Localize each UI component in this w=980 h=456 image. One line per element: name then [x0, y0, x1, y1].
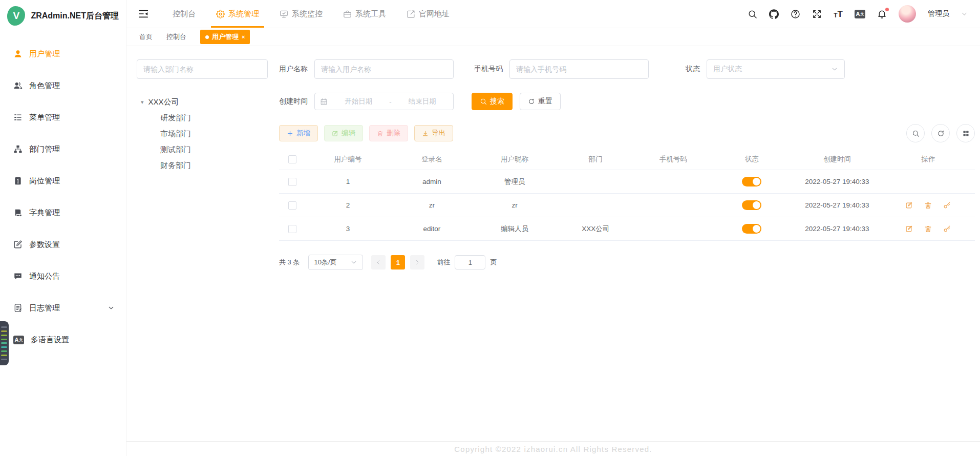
search-button[interactable]: 搜索 [472, 93, 513, 110]
filter-row-2: 创建时间 开始日期 - 结束日期 搜索 重置 [279, 93, 975, 110]
github-icon[interactable] [769, 9, 779, 19]
sidebar-item[interactable]: 岗位管理 [0, 165, 126, 197]
tree-node[interactable]: 研发部门 [137, 110, 268, 126]
notification-badge [885, 8, 889, 11]
content: ▾ XXX公司 研发部门市场部门测试部门财务部门 用户名称 手机号码 状态 用户… [126, 47, 980, 442]
chevron-down-icon[interactable] [961, 11, 968, 17]
status-select[interactable]: 用户状态 [707, 59, 845, 79]
cell-created-time: 2022-05-27 19:40:33 [793, 217, 882, 241]
org-chart-icon [13, 144, 23, 154]
row-delete-icon[interactable] [924, 225, 932, 233]
user-avatar[interactable] [899, 5, 916, 23]
next-page-button[interactable] [410, 255, 424, 270]
sidebar-item[interactable]: 角色管理 [0, 70, 126, 101]
column-settings-icon[interactable] [956, 124, 975, 142]
row-checkbox[interactable] [288, 178, 296, 186]
tag-close-icon[interactable]: × [242, 34, 245, 40]
status-toggle[interactable] [742, 224, 761, 234]
refresh-icon[interactable] [931, 124, 950, 142]
username-input[interactable] [314, 59, 454, 79]
current-page-button[interactable]: 1 [391, 255, 405, 270]
collapse-sidebar-icon[interactable] [138, 8, 149, 19]
tree-node[interactable]: 市场部门 [137, 126, 268, 142]
help-icon[interactable] [791, 9, 800, 19]
tag-item[interactable]: 用户管理× [200, 30, 250, 44]
id-badge-icon [13, 176, 23, 185]
dept-panel: ▾ XXX公司 研发部门市场部门测试部门财务部门 [137, 59, 268, 442]
column-header: 部门 [556, 149, 635, 170]
select-all-checkbox[interactable] [288, 155, 296, 163]
reset-button-label: 重置 [538, 97, 552, 106]
page-size-select[interactable]: 10条/页 [308, 255, 363, 270]
topnav-item[interactable]: 官网地址 [396, 0, 460, 28]
cell-nickname: 编辑人员 [473, 217, 556, 241]
monitor-icon [280, 10, 288, 18]
add-button[interactable]: 新增 [279, 125, 318, 141]
row-delete-icon[interactable] [924, 201, 932, 209]
column-search-icon[interactable] [906, 124, 925, 142]
cell-login-name: zr [390, 194, 473, 217]
column-header: 创建时间 [793, 149, 882, 170]
search-icon[interactable] [748, 9, 757, 19]
sidebar-item[interactable]: 参数设置 [0, 229, 126, 260]
side-widget[interactable] [0, 321, 9, 365]
gear-icon [216, 10, 225, 18]
row-edit-icon[interactable] [905, 201, 913, 209]
trash-icon [377, 130, 384, 137]
cell-login-name: editor [390, 217, 473, 241]
edit-button[interactable]: 编辑 [324, 125, 363, 141]
tag-item[interactable]: 控制台 [166, 32, 186, 42]
sidebar-item[interactable]: A文多语言设置 [0, 324, 126, 356]
bell-icon[interactable] [877, 9, 887, 19]
cell-actions [882, 170, 975, 194]
phone-input[interactable] [509, 59, 649, 79]
dept-search-input[interactable] [137, 59, 268, 79]
tree-node-root[interactable]: ▾ XXX公司 [137, 94, 268, 110]
download-icon [422, 130, 429, 137]
topnav-item-label: 系统工具 [355, 9, 386, 19]
external-link-icon [407, 10, 415, 18]
cell-actions [882, 194, 975, 217]
prev-page-button[interactable] [371, 255, 386, 270]
sidebar-item-label: 角色管理 [29, 81, 60, 91]
sidebar-item[interactable]: 部门管理 [0, 133, 126, 165]
sidebar-item-label: 部门管理 [29, 144, 60, 154]
goto-page-input[interactable] [455, 255, 485, 270]
row-reset-password-icon[interactable] [943, 201, 951, 209]
status-label: 状态 [686, 65, 700, 74]
user-name[interactable]: 管理员 [928, 9, 949, 18]
sidebar-item[interactable]: 日志管理 [0, 292, 126, 324]
tree-root-label: XXX公司 [148, 97, 179, 107]
sidebar-item[interactable]: 菜单管理 [0, 101, 126, 133]
topnav-item[interactable]: 系统工具 [333, 0, 396, 28]
translate-icon[interactable]: A文 [855, 10, 865, 18]
topnav-item[interactable]: 系统管理 [206, 0, 269, 28]
delete-button[interactable]: 删除 [369, 125, 408, 141]
topnav-item[interactable]: 系统监控 [269, 0, 333, 28]
cell-nickname: 管理员 [473, 170, 556, 194]
status-toggle[interactable] [742, 177, 761, 186]
topnav-item[interactable]: 控制台 [162, 0, 206, 28]
chevron-down-icon [350, 259, 357, 266]
table-row: 2zrzr2022-05-27 19:40:33 [279, 194, 975, 217]
row-checkbox[interactable] [288, 201, 296, 210]
date-separator: - [389, 98, 391, 106]
export-button[interactable]: 导出 [414, 125, 453, 141]
user-panel: 用户名称 手机号码 状态 用户状态 创建时间 开始日期 - 结束日期 [279, 59, 975, 442]
status-toggle[interactable] [742, 200, 761, 210]
tree-node[interactable]: 财务部门 [137, 158, 268, 174]
reset-button[interactable]: 重置 [520, 93, 561, 110]
date-range-picker[interactable]: 开始日期 - 结束日期 [314, 93, 454, 110]
sidebar-item[interactable]: 字典管理 [0, 197, 126, 229]
sidebar-item[interactable]: 通知公告 [0, 260, 126, 292]
row-checkbox[interactable] [288, 225, 296, 233]
cell-login-name: admin [390, 170, 473, 194]
font-size-icon[interactable]: TT [834, 10, 843, 18]
row-reset-password-icon[interactable] [943, 225, 951, 233]
sidebar-item[interactable]: 用户管理 [0, 38, 126, 70]
tree-caret-icon[interactable]: ▾ [141, 99, 144, 106]
row-edit-icon[interactable] [905, 225, 913, 233]
tree-node[interactable]: 测试部门 [137, 142, 268, 158]
tag-item[interactable]: 首页 [139, 32, 153, 42]
fullscreen-icon[interactable] [812, 9, 822, 19]
